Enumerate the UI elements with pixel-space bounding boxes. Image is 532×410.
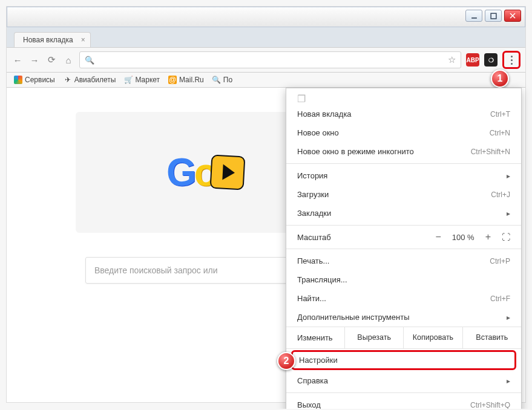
menu-new-tab[interactable]: Новая вкладка Ctrl+T bbox=[286, 105, 521, 123]
menu-label: Настройки bbox=[299, 356, 338, 365]
menu-button-highlight: 1 bbox=[502, 51, 521, 69]
menu-incognito[interactable]: Новое окно в режиме инкогнито Ctrl+Shift… bbox=[286, 142, 521, 161]
browser-toolbar: ← → ⟳ ⌂ 🔍 ☆ ABP ❍ 1 bbox=[7, 48, 525, 73]
menu-shortcut: Ctrl+T bbox=[490, 110, 510, 119]
menu-label: Новое окно в режиме инкогнито bbox=[297, 147, 414, 156]
menu-label: Дополнительные инструменты bbox=[297, 313, 410, 322]
bookmark-label: По bbox=[223, 76, 232, 84]
menu-edit-row: Изменить Вырезать Копировать Вставить bbox=[286, 327, 521, 349]
menu-shortcut: Ctrl+J bbox=[491, 190, 510, 199]
menu-history[interactable]: История ▸ bbox=[286, 166, 521, 185]
menu-copy[interactable]: Копировать bbox=[403, 327, 462, 348]
back-button[interactable]: ← bbox=[11, 55, 24, 65]
menu-label: Печать... bbox=[297, 256, 329, 265]
tab-strip: Новая вкладка × bbox=[7, 27, 525, 48]
cart-icon: 🛒 bbox=[124, 76, 133, 84]
menu-shortcut: Ctrl+P bbox=[490, 257, 510, 265]
close-tab-icon[interactable]: × bbox=[81, 36, 85, 44]
google-doodle[interactable]: Go bbox=[166, 150, 245, 195]
menu-zoom: Масштаб − 100 % + ⛶ bbox=[286, 228, 521, 246]
browser-tab[interactable]: Новая вкладка × bbox=[14, 32, 91, 47]
address-bar[interactable]: 🔍 ☆ bbox=[79, 51, 461, 68]
menu-label: Закладки bbox=[297, 209, 331, 218]
chrome-menu-button[interactable] bbox=[505, 53, 518, 67]
menu-shortcut: Ctrl+F bbox=[490, 294, 510, 303]
menu-shortcut: Ctrl+Shift+Q bbox=[470, 401, 510, 409]
menu-cast[interactable]: Трансляция... bbox=[286, 270, 521, 289]
callout-badge-2: 2 bbox=[277, 352, 295, 370]
bookmark-label: Mail.Ru bbox=[179, 76, 204, 84]
menu-help[interactable]: Справка ▸ bbox=[286, 371, 521, 390]
menu-cut[interactable]: Вырезать bbox=[344, 327, 403, 348]
svg-rect-1 bbox=[491, 13, 496, 19]
menu-label: Масштаб bbox=[297, 233, 435, 242]
mailru-icon: @ bbox=[168, 76, 177, 84]
bookmarks-bar: Сервисы ✈Авиабилеты 🛒Маркет @Mail.Ru 🔍По bbox=[7, 73, 525, 88]
play-icon bbox=[210, 155, 246, 190]
menu-label: Новое окно bbox=[297, 128, 339, 137]
menu-label: Загрузки bbox=[297, 190, 329, 199]
menu-exit[interactable]: Выход Ctrl+Shift+Q bbox=[286, 395, 521, 409]
menu-find[interactable]: Найти... Ctrl+F bbox=[286, 289, 521, 308]
chrome-main-menu: ❐ Новая вкладка Ctrl+T Новое окно Ctrl+N… bbox=[286, 88, 522, 409]
zoom-minus-button[interactable]: − bbox=[435, 232, 441, 242]
menu-downloads[interactable]: Загрузки Ctrl+J bbox=[286, 185, 521, 204]
menu-new-window[interactable]: Новое окно Ctrl+N bbox=[286, 123, 521, 142]
maximize-button[interactable] bbox=[485, 10, 502, 22]
menu-label: Новая вкладка bbox=[297, 109, 352, 119]
extension-icon[interactable]: ❍ bbox=[484, 53, 498, 67]
callout-badge-1: 1 bbox=[491, 70, 509, 88]
bookmark-label: Маркет bbox=[135, 76, 160, 84]
menu-label: Найти... bbox=[297, 294, 326, 303]
menu-print[interactable]: Печать... Ctrl+P bbox=[286, 252, 521, 270]
menu-shortcut: Ctrl+N bbox=[490, 129, 510, 137]
reload-button[interactable]: ⟳ bbox=[45, 54, 57, 65]
zoom-plus-button[interactable]: + bbox=[485, 232, 491, 242]
omnibox-input[interactable] bbox=[99, 55, 443, 65]
bookmark-more[interactable]: 🔍По bbox=[212, 76, 232, 84]
plane-icon: ✈ bbox=[64, 76, 72, 84]
forward-button[interactable]: → bbox=[28, 55, 41, 65]
bookmark-mailru[interactable]: @Mail.Ru bbox=[168, 76, 204, 84]
submenu-arrow-icon: ▸ bbox=[507, 209, 510, 218]
menu-shortcut: Ctrl+Shift+N bbox=[471, 148, 510, 156]
zoom-value: 100 % bbox=[452, 233, 475, 242]
menu-more-tools[interactable]: Дополнительные инструменты ▸ bbox=[286, 308, 521, 327]
apps-icon bbox=[14, 76, 22, 84]
sync-icon: ❐ bbox=[286, 88, 521, 105]
bookmark-apps[interactable]: Сервисы bbox=[14, 76, 55, 84]
home-button[interactable]: ⌂ bbox=[62, 55, 74, 65]
minimize-button[interactable] bbox=[465, 10, 482, 22]
search-icon: 🔍 bbox=[212, 76, 221, 84]
bookmark-star-icon[interactable]: ☆ bbox=[448, 54, 456, 65]
tab-title: Новая вкладка bbox=[23, 36, 73, 44]
menu-paste[interactable]: Вставить bbox=[462, 327, 521, 348]
fullscreen-icon[interactable]: ⛶ bbox=[502, 232, 510, 242]
screenshot-frame: Новая вкладка × ← → ⟳ ⌂ 🔍 ☆ ABP ❍ 1 Серв… bbox=[6, 6, 526, 403]
search-placeholder: Введите поисковый запрос или bbox=[94, 265, 218, 275]
menu-label: Справка bbox=[297, 376, 328, 385]
submenu-arrow-icon: ▸ bbox=[507, 172, 510, 180]
submenu-arrow-icon: ▸ bbox=[507, 377, 510, 385]
submenu-arrow-icon: ▸ bbox=[507, 313, 510, 322]
menu-label: История bbox=[297, 171, 327, 180]
menu-bookmarks[interactable]: Закладки ▸ bbox=[286, 204, 521, 223]
menu-label: Трансляция... bbox=[297, 275, 347, 284]
page-content: Go Введите поисковый запрос или ❐ Новая … bbox=[7, 88, 525, 402]
menu-settings[interactable]: Настройки bbox=[299, 356, 508, 365]
extension-abp-icon[interactable]: ABP bbox=[466, 53, 479, 67]
bookmark-label: Авиабилеты bbox=[74, 76, 116, 84]
window-titlebar bbox=[7, 7, 525, 27]
close-button[interactable] bbox=[504, 10, 521, 22]
menu-label: Изменить bbox=[286, 327, 344, 348]
bookmark-avia[interactable]: ✈Авиабилеты bbox=[64, 76, 116, 84]
menu-settings-highlight: Настройки 2 bbox=[291, 350, 516, 370]
bookmark-market[interactable]: 🛒Маркет bbox=[124, 76, 160, 84]
search-icon: 🔍 bbox=[85, 56, 94, 65]
menu-label: Выход bbox=[297, 400, 321, 409]
bookmark-label: Сервисы bbox=[25, 76, 55, 84]
